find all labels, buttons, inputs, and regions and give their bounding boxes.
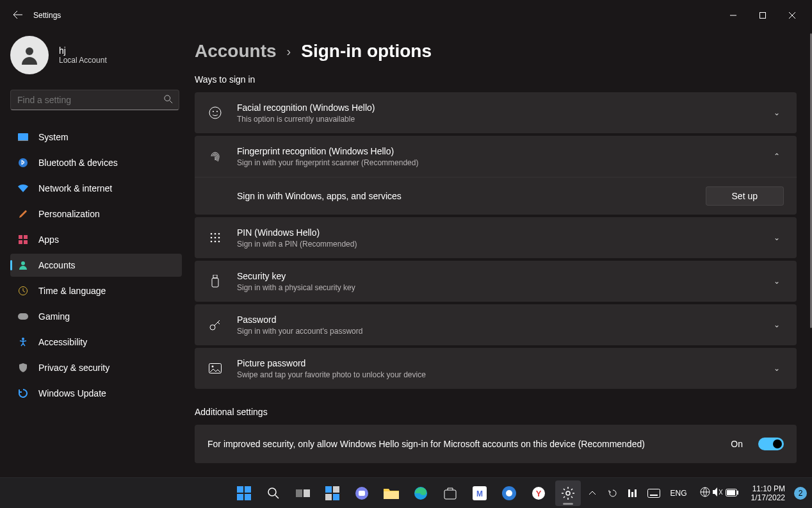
arrow-left-icon <box>13 10 23 20</box>
sidebar-item-windows-update[interactable]: Windows Update <box>10 382 182 405</box>
taskbar-settings[interactable] <box>555 480 581 506</box>
minimize-button[interactable] <box>719 5 748 26</box>
svg-rect-36 <box>296 489 302 497</box>
wifi-icon <box>18 183 28 193</box>
widgets-icon <box>325 486 339 500</box>
maximize-button[interactable] <box>748 5 777 26</box>
sidebar-item-privacy[interactable]: Privacy & security <box>10 356 182 379</box>
sidebar-item-bluetooth[interactable]: Bluetooth & devices <box>10 151 182 174</box>
svg-rect-33 <box>237 494 243 500</box>
face-icon <box>207 106 223 119</box>
option-title: Security key <box>237 270 756 283</box>
svg-point-10 <box>21 261 25 265</box>
sidebar: hj Local Account System Bluetooth & devi… <box>0 31 192 477</box>
nav-list: System Bluetooth & devices Network & int… <box>10 126 182 405</box>
tray-app[interactable] <box>626 480 641 506</box>
signin-option-pin: PIN (Windows Hello) Sign in with a PIN (… <box>195 217 797 258</box>
close-button[interactable] <box>777 5 807 26</box>
fingerprint-setup-row: Sign in with Windows, apps, and services… <box>195 177 797 215</box>
clock-date: 1/17/2022 <box>751 493 785 502</box>
setup-button[interactable]: Set up <box>706 186 784 206</box>
svg-rect-31 <box>237 486 243 493</box>
signin-option-row[interactable]: PIN (Windows Hello) Sign in with a PIN (… <box>195 217 797 258</box>
signin-option-row[interactable]: Facial recognition (Windows Hello) This … <box>195 92 797 133</box>
back-button[interactable] <box>5 10 31 22</box>
svg-point-23 <box>211 241 213 243</box>
search-icon[interactable] <box>164 95 173 106</box>
setting-text: For improved security, only allow Window… <box>207 439 720 449</box>
app-icon <box>628 489 638 497</box>
additional-hello-only: For improved security, only allow Window… <box>195 425 797 463</box>
taskbar-edge[interactable] <box>408 480 434 506</box>
keypad-icon <box>207 232 223 243</box>
tray-network-sound-battery[interactable] <box>696 487 742 500</box>
sidebar-item-system[interactable]: System <box>10 126 182 149</box>
option-subtitle: Swipe and tap your favorite photo to unl… <box>237 370 756 380</box>
taskbar-task-view[interactable] <box>290 480 316 506</box>
sidebar-item-accounts[interactable]: Accounts <box>10 254 182 277</box>
clock-time: 11:10 PM <box>751 484 785 493</box>
taskbar-store[interactable] <box>437 480 463 506</box>
sidebar-item-label: Accounts <box>38 260 76 270</box>
notification-badge[interactable]: 2 <box>794 487 807 500</box>
edge-icon <box>414 486 428 500</box>
sidebar-item-network[interactable]: Network & internet <box>10 177 182 200</box>
toggle-switch[interactable] <box>758 438 784 450</box>
signin-option-row[interactable]: Fingerprint recognition (Windows Hello) … <box>195 136 797 177</box>
option-subtitle: Sign in with your account's password <box>237 326 756 336</box>
close-icon <box>789 12 795 19</box>
sidebar-item-label: Bluetooth & devices <box>38 158 118 168</box>
signin-option-row[interactable]: Password Sign in with your account's pas… <box>195 304 797 345</box>
title-bar: Settings <box>0 0 812 31</box>
taskbar-app-1[interactable]: M <box>467 480 492 506</box>
signin-option-row[interactable]: Picture password Swipe and tap your favo… <box>195 348 797 389</box>
fingerprint-icon <box>207 150 223 163</box>
sidebar-item-label: Privacy & security <box>38 363 110 373</box>
maximize-icon <box>759 12 766 19</box>
svg-point-1 <box>26 47 33 55</box>
sidebar-item-apps[interactable]: Apps <box>10 228 182 251</box>
svg-point-22 <box>218 237 220 239</box>
svg-point-17 <box>211 233 213 235</box>
keyboard-icon <box>647 489 660 498</box>
svg-point-16 <box>216 111 218 112</box>
taskbar-app-3[interactable]: Y <box>526 480 551 506</box>
svg-rect-37 <box>304 489 310 497</box>
tray-onedrive[interactable] <box>605 480 621 506</box>
tray-keyboard[interactable] <box>646 480 662 506</box>
profile-block[interactable]: hj Local Account <box>10 36 182 85</box>
sidebar-item-label: Accessibility <box>38 337 87 347</box>
sidebar-item-personalization[interactable]: Personalization <box>10 202 182 225</box>
windows-icon <box>237 486 251 500</box>
svg-rect-32 <box>245 486 251 493</box>
taskbar-teams[interactable] <box>349 480 375 506</box>
sidebar-item-label: Apps <box>38 234 59 245</box>
tray-clock[interactable]: 11:10 PM 1/17/2022 <box>747 484 789 502</box>
breadcrumb-parent[interactable]: Accounts <box>195 41 277 61</box>
taskbar-search[interactable] <box>261 480 286 506</box>
app-icon: M <box>473 486 487 500</box>
sidebar-item-accessibility[interactable]: Accessibility <box>10 331 182 354</box>
sidebar-item-time-language[interactable]: Time & language <box>10 279 182 302</box>
signin-option-row[interactable]: Security key Sign in with a physical sec… <box>195 261 797 302</box>
svg-rect-40 <box>325 494 332 500</box>
sidebar-item-label: Time & language <box>38 286 106 296</box>
taskbar-widgets[interactable] <box>320 480 345 506</box>
setting-row: For improved security, only allow Window… <box>195 425 797 463</box>
search-input[interactable] <box>10 90 179 110</box>
sidebar-item-gaming[interactable]: Gaming <box>10 305 182 328</box>
tray-overflow[interactable] <box>585 480 600 506</box>
taskbar-file-explorer[interactable] <box>378 480 404 506</box>
start-button[interactable] <box>231 480 257 506</box>
option-subtitle: This option is currently unavailable <box>237 114 756 124</box>
chat-icon <box>355 486 369 500</box>
sidebar-item-label: Gaming <box>38 311 70 322</box>
section-heading-ways: Ways to sign in <box>195 74 797 85</box>
taskbar-app-2[interactable] <box>496 480 522 506</box>
tray-language[interactable]: ENG <box>667 489 691 498</box>
apps-icon <box>18 234 28 245</box>
image-icon <box>207 363 223 373</box>
signin-option-password: Password Sign in with your account's pas… <box>195 304 797 345</box>
paintbrush-icon <box>18 209 28 219</box>
svg-rect-55 <box>631 492 633 497</box>
